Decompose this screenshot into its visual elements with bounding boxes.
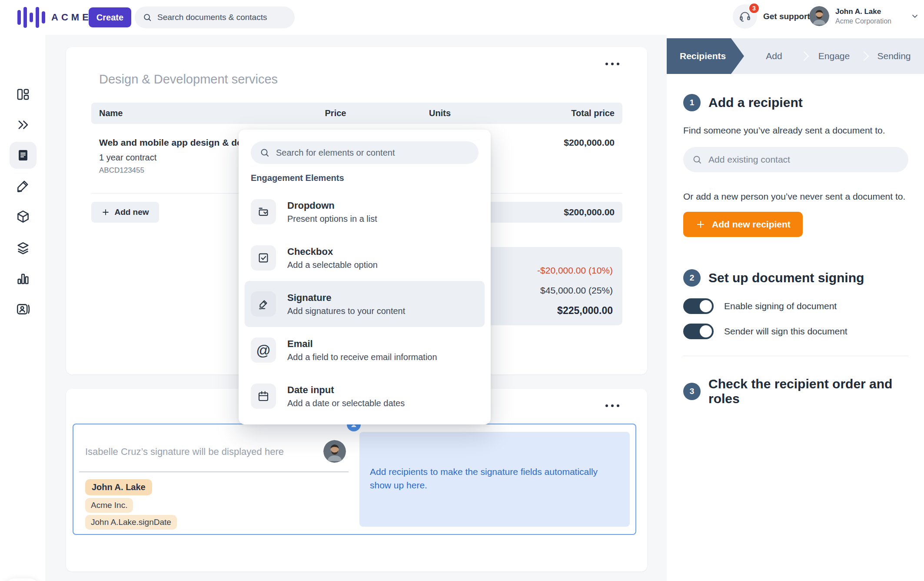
popover-section-title: Engagement Elements: [251, 173, 344, 183]
floating-edit-container: [6, 578, 38, 581]
toggle-row-enable-signing: Enable signing of document: [683, 297, 837, 316]
more-options-button[interactable]: [603, 402, 622, 410]
grand-total-value: $225,000.00: [557, 304, 613, 317]
step-3-badge: 3: [683, 383, 701, 400]
section-1-header: 1 Add a recipient: [683, 94, 803, 111]
tax-value: $45,000.00 (25%): [540, 284, 613, 297]
recipient-info-text: Add recipients to make the signature fie…: [370, 465, 613, 492]
chevron-down-icon: [911, 12, 919, 20]
add-new-row-button[interactable]: Add new: [91, 202, 159, 223]
sidebar-item-dashboard[interactable]: [10, 81, 37, 108]
step-add[interactable]: Add: [744, 38, 804, 74]
element-item-email[interactable]: @ Email Add a field to receive email inf…: [245, 327, 485, 373]
signature-line: [79, 471, 349, 472]
signer-name-token[interactable]: John A. Lake: [85, 479, 152, 495]
step-2-badge: 2: [683, 269, 701, 287]
user-org: Acme Corporation: [835, 17, 891, 25]
box-icon: [16, 209, 30, 224]
element-item-dropdown[interactable]: Dropdown Present options in a list: [245, 189, 485, 235]
logo-bars-icon: [17, 7, 45, 28]
documents-icon: [16, 148, 30, 163]
plus-icon: [695, 219, 706, 230]
checkbox-icon: [251, 245, 276, 270]
app-window: ACME Create 3 Get support: [0, 0, 924, 581]
email-icon: @: [251, 337, 276, 363]
global-search-input[interactable]: [157, 13, 287, 22]
recipients-panel: Recipients Add Engage Sending 1 Add a re…: [667, 35, 924, 581]
signer-company-token[interactable]: Acme Inc.: [85, 498, 133, 513]
search-icon: [692, 154, 702, 165]
step-engage[interactable]: Engage: [804, 38, 864, 74]
signature-icon: [251, 291, 276, 317]
recipient-info-panel: Add recipients to make the signature fie…: [359, 432, 630, 527]
pricing-table-title: Design & Development services: [99, 72, 278, 87]
section-divider: [683, 356, 908, 356]
sidebar-item-products[interactable]: [10, 203, 37, 230]
acme-logo[interactable]: ACME: [17, 7, 92, 28]
step-sending[interactable]: Sending: [864, 38, 924, 74]
elements-popover: Engagement Elements Dropdown Present opt…: [239, 130, 491, 424]
logo-text: ACME: [51, 12, 92, 23]
elements-search[interactable]: [251, 141, 479, 164]
section-2-header: 2 Set up document signing: [683, 269, 864, 287]
sender-will-sign-toggle[interactable]: [683, 324, 714, 339]
element-item-checkbox[interactable]: Checkbox Add a selectable option: [245, 235, 485, 281]
column-price: Price: [283, 108, 388, 118]
step-1-badge: 1: [683, 94, 701, 111]
signature-placeholder-text: Isabelle Cruz’s signature will be displa…: [85, 446, 284, 457]
add-new-recipient-button[interactable]: Add new recipient: [683, 212, 803, 237]
signature-field-container[interactable]: Isabelle Cruz’s signature will be displa…: [73, 424, 636, 535]
add-new-person-hint: Or add a new person you’ve never sent a …: [683, 191, 905, 202]
support-notification-badge: 3: [748, 3, 760, 14]
dashboard-icon: [16, 87, 30, 102]
workflow-stepper: Recipients Add Engage Sending: [667, 38, 924, 74]
sidebar-item-workflows[interactable]: [10, 111, 37, 138]
global-search[interactable]: [135, 7, 295, 28]
sidebar-item-content-library[interactable]: [10, 234, 37, 261]
calendar-icon: [251, 384, 276, 409]
row-total-price: $200,000.00: [492, 137, 622, 175]
headset-icon: 3: [733, 4, 757, 29]
sidebar-item-documents[interactable]: [10, 142, 37, 169]
existing-contact-input[interactable]: [708, 154, 900, 165]
reports-icon: [16, 271, 30, 286]
table-header-row: Name Price Units Total price: [91, 103, 622, 124]
signature-pen-icon: [16, 178, 30, 193]
dropdown-icon: [251, 199, 276, 224]
double-chevron-icon: [16, 117, 30, 132]
search-icon: [143, 13, 152, 22]
layers-icon: [16, 240, 30, 255]
existing-contact-search[interactable]: [683, 147, 908, 172]
enable-signing-toggle[interactable]: [683, 298, 714, 314]
toggle-row-sender-sign: Sender will sign this document: [683, 322, 848, 341]
discount-value: -$20,000.00 (10%): [537, 264, 613, 277]
elements-list: Dropdown Present options in a list Check…: [239, 189, 491, 419]
left-sidebar: [0, 35, 46, 581]
elements-search-input[interactable]: [276, 148, 470, 158]
column-total-price: Total price: [492, 108, 622, 118]
more-options-button[interactable]: [603, 60, 622, 68]
sidebar-item-reports[interactable]: [10, 265, 37, 292]
subtotal-value: $200,000.00: [564, 207, 615, 217]
top-header: ACME Create 3 Get support: [0, 0, 924, 35]
sidebar-item-signatures[interactable]: [10, 172, 37, 199]
user-menu[interactable]: John A. Lake Acme Corporation: [809, 6, 919, 26]
user-avatar: [809, 6, 829, 26]
sidebar-item-contacts[interactable]: [10, 296, 37, 323]
contacts-icon: [16, 302, 30, 317]
section-3-header: 3 Check the recipient order and roles: [683, 377, 909, 406]
sign-date-token[interactable]: John A.Lake.signDate: [85, 515, 177, 530]
column-name: Name: [91, 108, 283, 118]
signer-avatar: [323, 440, 346, 463]
find-contact-hint: Find someone you’ve already sent a docum…: [683, 125, 885, 136]
get-support-button[interactable]: 3 Get support: [733, 4, 810, 29]
element-item-signature[interactable]: Signature Add signatures to your content: [245, 281, 485, 327]
element-item-date-input[interactable]: Date input Add a date or selectable date…: [245, 373, 485, 419]
create-button[interactable]: Create: [89, 7, 131, 27]
plus-icon: [101, 208, 110, 217]
user-name: John A. Lake: [835, 7, 891, 16]
step-recipients[interactable]: Recipients: [667, 38, 744, 74]
search-icon: [259, 147, 270, 158]
column-units: Units: [388, 108, 492, 118]
